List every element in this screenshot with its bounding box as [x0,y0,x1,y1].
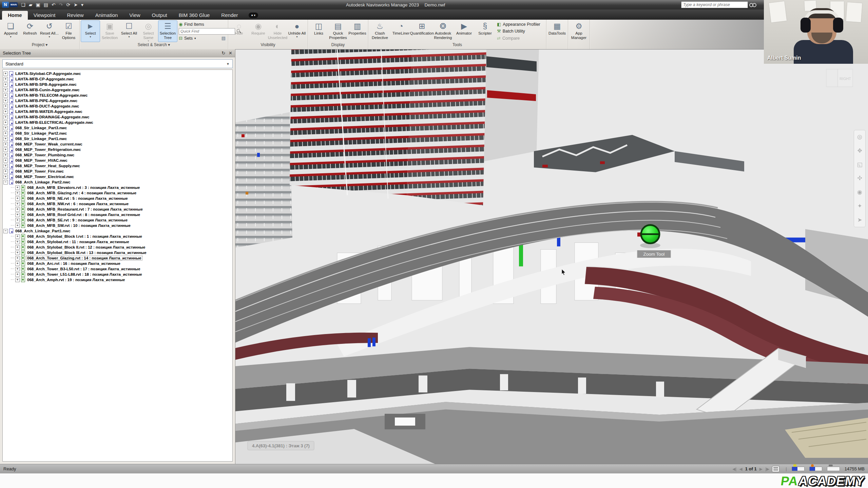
steering-wheel-icon[interactable]: ◎ [857,134,862,140]
appearance-profiler-button[interactable]: ◧Appearance Profiler [497,21,544,27]
expand-icon[interactable]: + [3,93,8,98]
tree-item[interactable]: +068_Arch_Stylobat.rvt : 11 : позиция Ла… [3,239,232,245]
tree-item[interactable]: +068_Arch_MFB_Glazing.rvt : 4 : позиция … [3,190,232,196]
tree-item[interactable]: +068_MEP_Tower_Fire.nwc [3,169,232,174]
new-file-icon[interactable]: ❏ [21,2,25,7]
expand-icon[interactable]: + [3,148,8,152]
expand-icon[interactable]: + [3,99,8,103]
tree-item[interactable]: +068_Arch_Tower_L51-L88.rvt : 18 : позиц… [3,272,232,277]
tree-item[interactable]: +LAHTA-MFB-Cunin-Aggregate.nwc [3,87,232,93]
expand-icon[interactable]: + [3,164,8,168]
selection-tree-button[interactable]: ☰Selection Tree [158,20,177,42]
expand-icon[interactable]: + [15,218,20,222]
compare-button[interactable]: ⇄Compare [497,35,544,41]
select-all-button[interactable]: ☐Select All▾ [119,20,139,42]
search-binoculars-icon[interactable] [749,2,756,7]
tree-item[interactable]: −068_Arch_Linkage_Part2.nwc [3,179,232,185]
quick-find-input[interactable] [179,28,235,35]
tree-item[interactable]: +068_MEP_Tower_HVAC.nwc [3,158,232,163]
expand-icon[interactable]: + [3,77,8,81]
tree-item[interactable]: +LAHTA-MFB-DUCT-Aggregate.nwc [3,103,232,109]
expand-icon[interactable]: + [15,213,20,217]
selection-tree-header[interactable]: Selection Tree ↻ ✕ [0,49,235,57]
tree-item[interactable]: +LAHTA-MFB-TELECOM-Aggregate.nwc [3,93,232,98]
reset-all-button[interactable]: ↺Reset All...▾ [40,20,59,42]
sheet-browser-icon[interactable] [772,466,779,472]
properties-button[interactable]: ▥Properties [348,20,367,42]
viewport-3d-scene[interactable]: Zoom Tool [235,50,868,464]
hide-unselected-button[interactable]: ◐Hide Unselected [268,20,287,42]
tree-item[interactable]: +LAHTA-MFB-DRAINAGE-Aggregate.nwc [3,114,232,120]
expand-icon[interactable]: + [15,196,20,201]
expand-icon[interactable]: + [3,126,8,130]
pan-icon[interactable]: ✥ [857,148,862,154]
expand-icon[interactable]: + [3,137,8,141]
media-dropdown-icon[interactable]: ● ▾ [249,13,258,18]
save-selection-button[interactable]: ▣Save Selection [100,20,119,42]
quick-properties-button[interactable]: ▤Quick Properties [328,20,348,42]
open-file-icon[interactable]: ▰ [29,2,33,7]
save-icon[interactable]: ▣ [36,2,40,7]
tree-item[interactable]: +068_Arch_Arc.rvt : 16 : позиция Лахта_и… [3,261,232,266]
tree-item[interactable]: +068_Arch_MFB_SW.rvt : 10 : позиция Лахт… [3,223,232,228]
hide-button[interactable]: ◌Hide [229,20,249,42]
qat-menu-icon[interactable]: ▾ [81,2,83,7]
select-same-button[interactable]: ◎Select Same▾ [139,20,158,42]
expand-icon[interactable]: + [15,191,20,195]
animator-button[interactable]: ▶Animator [454,20,475,42]
tree-item[interactable]: +068_Arch_MFB_NW.rvt : 6 : позиция Лахта… [3,201,232,207]
viewcube[interactable]: RIGHT [826,69,853,87]
expand-icon[interactable]: + [15,256,20,260]
first-sheet-icon[interactable]: ◀| [732,467,736,471]
expand-icon[interactable]: + [15,251,20,255]
next-sheet-icon[interactable]: ▶ [759,467,763,471]
expand-icon[interactable]: + [15,245,20,250]
expand-icon[interactable]: + [15,278,20,282]
walk-icon[interactable]: ✦ [857,203,862,209]
app-manager-button[interactable]: ⚙App Manager [569,20,589,42]
tree-item[interactable]: +068_MEP_Tower_Plumbing.nwc [3,152,232,158]
expand-icon[interactable]: + [3,110,8,114]
tree-item[interactable]: +068_Str_Linkage_Part2.nwc [3,131,232,136]
sets-manage-icon[interactable]: ▤ [221,36,226,41]
select-cursor-icon[interactable]: ➤ [74,2,78,7]
datatools-button[interactable]: ▦DataTools [547,20,567,42]
expand-icon[interactable]: + [15,240,20,244]
tree-item[interactable]: +068_Str_Linkage_Part1.nwc [3,136,232,141]
tree-item[interactable]: +LAHTA-MFB-WATER-Aggregate.nwc [3,109,232,114]
expand-icon[interactable]: + [15,207,20,212]
expand-icon[interactable]: + [15,234,20,239]
navisworks-logo-icon[interactable]: N [2,2,9,8]
tree-item[interactable]: +LAHTA-MFB-ELECTRICAL-Aggregate.nwc [3,120,232,125]
tab-viewpoint[interactable]: Viewpoint [28,11,61,20]
tree-item[interactable]: +068_Arch_MFB_Restaurant.rvt : 7 : позиц… [3,207,232,212]
select-arrow-icon[interactable]: ➤ [857,217,862,223]
expand-icon[interactable]: + [15,261,20,266]
infocenter-search-input[interactable] [681,1,748,8]
quantification-button[interactable]: ⊞Quantification [411,20,432,42]
tree-item[interactable]: −068_Arch_Linkage_Part1.nwc [3,228,232,234]
tree-item[interactable]: +068_MEP_Tower_Weak_current.nwc [3,141,232,147]
tree-item[interactable]: +068_Arch_Stylobat_Block I.rvt : 1 : поз… [3,234,232,239]
tab-review[interactable]: Review [61,11,89,20]
tab-render[interactable]: Render [215,11,244,20]
tree-item[interactable]: +068_MEP_Tower_Electrical.nwc [3,174,232,179]
find-items-button[interactable]: ◉Find Items [179,21,226,27]
look-around-icon[interactable]: ◉ [857,189,862,195]
tree-item[interactable]: +LAHTA-Stylobat-CP-Aggregate.nwc [3,71,232,76]
zoom-window-icon[interactable]: ◱ [857,162,862,168]
autodesk-rendering-button[interactable]: ❂Autodesk Rendering [432,20,454,42]
expand-icon[interactable]: + [3,72,8,76]
tree-item[interactable]: +068_Arch_MFB_Roof Grid.rvt : 8 : позици… [3,212,232,217]
tree-item[interactable]: +068_Arch_Stylobat_Block II.rvt : 12 : п… [3,245,232,250]
tree-item[interactable]: +068_Arch_Tower_Glazing.rvt : 14 : позиц… [3,255,232,261]
collapse-icon[interactable]: − [3,180,8,184]
tab-animation[interactable]: Animation [90,11,124,20]
autohide-pin-icon[interactable]: ↻ [221,51,225,56]
tree-item[interactable]: +068_Arch_MFB_Elevators.rvt : 3 : позици… [3,185,232,190]
expand-icon[interactable]: + [3,104,8,109]
expand-icon[interactable]: + [3,175,8,179]
viewport-3d[interactable]: Zoom Tool [235,49,868,464]
tree-item[interactable]: +068_Str_Linkage_Part3.nwc [3,125,232,131]
refresh-button[interactable]: ⟳Refresh [20,20,40,42]
